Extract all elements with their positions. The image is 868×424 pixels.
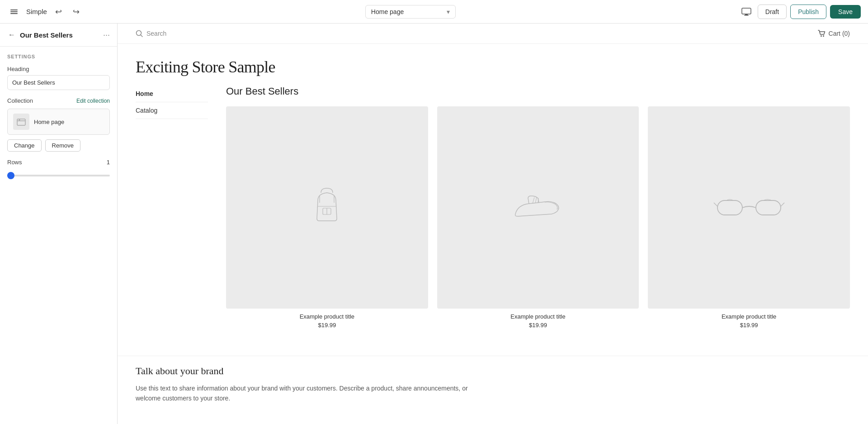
- svg-rect-20: [717, 200, 742, 215]
- product-image-1: [226, 106, 428, 309]
- rows-label: Rows: [7, 159, 22, 166]
- publish-button[interactable]: Publish: [790, 5, 826, 19]
- product-price-1: $19.99: [226, 322, 428, 329]
- store-content: Home Catalog Our Best Sellers: [118, 86, 868, 347]
- brand-section: Talk about your brand Use this text to s…: [118, 356, 868, 422]
- chevron-down-icon: ▾: [447, 8, 450, 15]
- svg-rect-2: [10, 13, 18, 14]
- preview-area: Search Cart (0) Exciting Store Sample Ho…: [118, 24, 868, 424]
- collection-name: Home page: [34, 119, 64, 125]
- cart-area[interactable]: Cart (0): [818, 30, 850, 37]
- preview-button[interactable]: [739, 5, 754, 19]
- heading-label: Heading: [7, 66, 110, 72]
- svg-line-22: [714, 203, 717, 206]
- product-title-2: Example product title: [437, 313, 639, 320]
- sidebar-title: Our Best Sellers: [20, 31, 99, 39]
- svg-line-23: [781, 203, 784, 206]
- svg-rect-0: [10, 10, 18, 10]
- settings-label: SETTINGS: [7, 54, 110, 59]
- more-options-button[interactable]: ···: [103, 30, 110, 40]
- topbar-center: Home page ▾: [88, 5, 733, 19]
- svg-rect-5: [744, 15, 749, 16]
- products-section: Our Best Sellers: [226, 86, 850, 329]
- topbar-left: Simple ↩ ↪: [7, 4, 82, 19]
- brand-title: Talk about your brand: [136, 365, 850, 377]
- product-price-2: $19.99: [437, 322, 639, 329]
- svg-point-10: [821, 35, 822, 37]
- product-card-2[interactable]: Example product title $19.99: [437, 106, 639, 329]
- svg-rect-4: [745, 14, 748, 15]
- svg-line-18: [535, 197, 537, 203]
- svg-rect-3: [742, 8, 751, 14]
- product-image-3: [648, 106, 850, 309]
- preview-content: Search Cart (0) Exciting Store Sample Ho…: [118, 24, 868, 424]
- collection-thumb-icon: [13, 114, 29, 130]
- search-area[interactable]: Search: [136, 30, 166, 37]
- sidebar-scroll: SETTINGS Heading Collection Edit collect…: [0, 47, 117, 424]
- store-nav: Home Catalog: [136, 86, 208, 329]
- draft-button[interactable]: Draft: [758, 5, 787, 19]
- product-image-2: [437, 106, 639, 309]
- svg-rect-1: [10, 11, 18, 12]
- product-card-3[interactable]: Example product title $19.99: [648, 106, 850, 329]
- svg-line-9: [141, 35, 142, 37]
- redo-button[interactable]: ↪: [70, 4, 82, 19]
- products-grid: Example product title $19.99: [226, 106, 850, 329]
- remove-collection-button[interactable]: Remove: [45, 139, 80, 152]
- store-name: Exciting Store Sample: [136, 57, 850, 76]
- topbar-right: Draft Publish Save: [739, 5, 861, 19]
- topbar: Simple ↩ ↪ Home page ▾ Draft Publish Sav…: [0, 0, 868, 24]
- product-title-3: Example product title: [648, 313, 850, 320]
- nav-item-catalog[interactable]: Catalog: [136, 102, 208, 119]
- svg-rect-21: [756, 200, 781, 215]
- back-button[interactable]: ←: [7, 30, 16, 40]
- product-price-3: $19.99: [648, 322, 850, 329]
- svg-point-11: [823, 35, 824, 37]
- collection-label: Collection: [7, 97, 33, 104]
- sidebar: ← Our Best Sellers ··· SETTINGS Heading …: [0, 24, 118, 424]
- rows-header: Rows 1: [7, 159, 110, 166]
- product-title-1: Example product title: [226, 313, 428, 320]
- change-collection-button[interactable]: Change: [7, 139, 42, 152]
- nav-item-home[interactable]: Home: [136, 86, 208, 102]
- app-name: Simple: [26, 8, 47, 15]
- collection-header: Collection Edit collection: [7, 97, 110, 104]
- main-layout: ← Our Best Sellers ··· SETTINGS Heading …: [0, 24, 868, 424]
- collection-buttons: Change Remove: [7, 139, 110, 152]
- search-placeholder: Search: [146, 30, 166, 37]
- svg-rect-6: [17, 119, 25, 125]
- sidebar-header: ← Our Best Sellers ···: [0, 24, 117, 47]
- heading-input[interactable]: [7, 75, 110, 90]
- preview-header: Search Cart (0): [118, 24, 868, 44]
- collection-box: Home page: [7, 109, 110, 135]
- page-selector-value: Home page: [371, 8, 404, 15]
- rows-value: 1: [107, 159, 110, 166]
- svg-point-7: [19, 119, 20, 121]
- brand-text: Use this text to share information about…: [136, 383, 488, 404]
- page-selector[interactable]: Home page ▾: [365, 5, 456, 19]
- slider-container: [7, 170, 110, 178]
- edit-collection-link[interactable]: Edit collection: [76, 98, 110, 104]
- product-card-1[interactable]: Example product title $19.99: [226, 106, 428, 329]
- rows-section: Rows 1: [7, 159, 110, 178]
- cart-label: Cart (0): [829, 30, 850, 37]
- close-button[interactable]: [7, 5, 21, 19]
- svg-line-17: [533, 197, 534, 204]
- section-heading: Our Best Sellers: [226, 86, 850, 97]
- save-button[interactable]: Save: [830, 5, 861, 19]
- rows-slider[interactable]: [7, 175, 110, 176]
- store-name-section: Exciting Store Sample: [118, 44, 868, 86]
- undo-button[interactable]: ↩: [52, 4, 65, 19]
